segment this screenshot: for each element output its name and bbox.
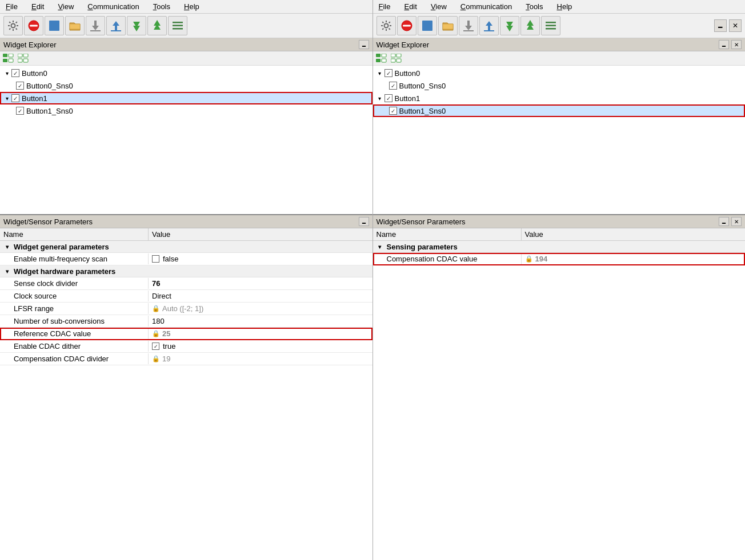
left-expand-button0[interactable]: ▾ xyxy=(2,69,11,78)
left-param-clock-src-value[interactable]: Direct xyxy=(149,291,372,301)
left-cb-cdac-dither[interactable] xyxy=(152,343,159,350)
right-green-up-button[interactable] xyxy=(520,16,540,35)
right-expand-button0[interactable]: ▾ xyxy=(375,69,384,78)
left-tree-icon2[interactable] xyxy=(17,53,30,63)
left-cb-button0[interactable] xyxy=(11,69,19,77)
left-menu-tools[interactable]: Tools xyxy=(150,1,174,12)
left-menu-communication[interactable]: Communication xyxy=(84,1,142,12)
left-lock-lfsr: 🔒 xyxy=(152,305,160,312)
left-params-table: Name Value ▾ Widget general parameters E… xyxy=(0,228,372,560)
right-menu-communication[interactable]: Communication xyxy=(457,1,515,12)
left-expand-hardware[interactable]: ▾ xyxy=(2,267,11,276)
right-params-close[interactable]: ✕ xyxy=(731,217,742,226)
left-expand-button1[interactable]: ▾ xyxy=(2,94,11,103)
right-tree-button1[interactable]: ▾ Button1 xyxy=(373,92,746,104)
right-download-button[interactable] xyxy=(459,16,478,35)
left-lock-comp-cdac-div: 🔒 xyxy=(152,355,160,362)
left-row-clock-source[interactable]: Clock source Direct xyxy=(0,290,372,303)
right-tree-button0-sns0[interactable]: Button0_Sns0 xyxy=(373,79,746,92)
right-menu-help[interactable]: Help xyxy=(554,1,576,12)
right-explorer-pin[interactable]: 🗕 xyxy=(719,40,729,49)
right-tree-button0[interactable]: ▾ Button0 xyxy=(373,67,746,79)
right-label-button0: Button0 xyxy=(395,69,420,78)
right-tree-icon2[interactable] xyxy=(390,53,403,63)
left-param-sub-conv-value[interactable]: 180 xyxy=(149,316,372,327)
green-up-button[interactable] xyxy=(147,16,167,35)
left-tree-icon1[interactable] xyxy=(2,53,15,63)
lines-button[interactable] xyxy=(168,16,187,35)
left-explorer-pin[interactable]: 🗕 xyxy=(359,40,369,49)
right-explorer-close[interactable]: ✕ xyxy=(731,40,742,49)
left-toolbar xyxy=(0,14,372,38)
right-green-down-button[interactable] xyxy=(500,16,519,35)
right-params-header: Widget/Sensor Parameters 🗕 ✕ xyxy=(373,215,746,228)
left-label-button0: Button0 xyxy=(22,69,47,78)
right-row-comp-cdac-val[interactable]: Compensation CDAC value 🔒 194 xyxy=(373,253,746,265)
right-cb-button1-sns0[interactable] xyxy=(389,107,397,115)
left-menu-help[interactable]: Help xyxy=(181,1,203,12)
right-tree-button1-sns0[interactable]: Button1_Sns0 xyxy=(373,104,746,117)
left-label-button1: Button1 xyxy=(22,94,47,103)
right-cb-button0-sns0[interactable] xyxy=(389,82,397,90)
left-tree-button1-sns0[interactable]: Button1_Sns0 xyxy=(0,104,372,117)
left-val-lfsr: Auto ([-2; 1]) xyxy=(162,304,203,313)
left-row-lfsr[interactable]: LFSR range 🔒 Auto ([-2; 1]) xyxy=(0,303,372,315)
svg-rect-2 xyxy=(30,25,38,27)
svg-rect-17 xyxy=(3,54,7,57)
right-toolbar-pin[interactable]: 🗕 xyxy=(714,19,727,32)
left-row-cdac-dither[interactable]: Enable CDAC dither true xyxy=(0,340,372,353)
left-cb-button1-sns0[interactable] xyxy=(16,107,24,115)
right-upload-button[interactable] xyxy=(479,16,499,35)
right-menu-view[interactable]: View xyxy=(427,1,450,12)
right-folder-button[interactable] xyxy=(438,16,458,35)
right-menu-edit[interactable]: Edit xyxy=(400,1,420,12)
right-expand-sensing[interactable]: ▾ xyxy=(375,242,384,251)
left-group-general-label: Widget general parameters xyxy=(14,243,109,251)
right-blue-square-button[interactable] xyxy=(418,16,437,35)
download-button[interactable] xyxy=(86,16,105,35)
right-params-col-headers: Name Value xyxy=(373,228,746,241)
right-expand-button1[interactable]: ▾ xyxy=(375,94,384,103)
upload-button[interactable] xyxy=(106,16,126,35)
right-group-sensing[interactable]: ▾ Sensing parameters xyxy=(373,241,746,253)
no-entry-button[interactable] xyxy=(24,16,43,35)
left-row-multi-freq[interactable]: Enable multi-frequency scan false xyxy=(0,253,372,265)
gear-button[interactable] xyxy=(3,16,23,35)
blue-square-button[interactable] xyxy=(45,16,64,35)
left-row-clock-divider[interactable]: Sense clock divider 76 xyxy=(0,277,372,290)
left-row-comp-cdac-div[interactable]: Compensation CDAC divider 🔒 19 xyxy=(0,353,372,365)
left-cb-button0-sns0[interactable] xyxy=(16,82,24,90)
right-menu-file[interactable]: File xyxy=(375,1,394,12)
right-cb-button1[interactable] xyxy=(384,94,392,102)
left-menu-view[interactable]: View xyxy=(54,1,77,12)
left-row-sub-conv[interactable]: Number of sub-conversions 180 xyxy=(0,315,372,328)
left-group-hardware[interactable]: ▾ Widget hardware parameters xyxy=(0,265,372,277)
left-params-pin[interactable]: 🗕 xyxy=(359,217,369,226)
green-down-button[interactable] xyxy=(127,16,146,35)
right-cb-button0[interactable] xyxy=(384,69,392,77)
left-param-clock-src-name: Clock source xyxy=(0,291,149,301)
right-lines-button[interactable] xyxy=(541,16,560,35)
folder-button[interactable] xyxy=(65,16,85,35)
left-explorer-title: Widget Explorer xyxy=(3,41,56,49)
svg-rect-20 xyxy=(9,59,13,62)
left-tree-button1[interactable]: ▾ Button1 xyxy=(0,92,372,104)
left-menu-file[interactable]: File xyxy=(2,1,21,12)
right-no-entry-button[interactable] xyxy=(397,16,416,35)
left-tree-button0[interactable]: ▾ Button0 xyxy=(0,67,372,79)
right-menu-tools[interactable]: Tools xyxy=(522,1,546,12)
left-cb-multi-freq[interactable] xyxy=(152,255,159,263)
left-menu-edit[interactable]: Edit xyxy=(28,1,47,12)
left-row-ref-cdac[interactable]: Reference CDAC value 🔒 25 xyxy=(0,328,372,340)
left-expand-general[interactable]: ▾ xyxy=(2,242,11,251)
left-val-cdac-dither: true xyxy=(163,342,175,350)
left-group-general[interactable]: ▾ Widget general parameters xyxy=(0,241,372,253)
left-col-value: Value xyxy=(149,228,372,240)
right-params-pin[interactable]: 🗕 xyxy=(719,217,729,226)
right-gear-button[interactable] xyxy=(376,16,396,35)
left-tree-button0-sns0[interactable]: Button0_Sns0 xyxy=(0,79,372,92)
left-param-clock-div-value[interactable]: 76 xyxy=(149,278,372,289)
right-toolbar-close[interactable]: ✕ xyxy=(729,19,742,32)
right-tree-icon1[interactable] xyxy=(375,53,388,63)
left-cb-button1[interactable] xyxy=(11,94,19,102)
